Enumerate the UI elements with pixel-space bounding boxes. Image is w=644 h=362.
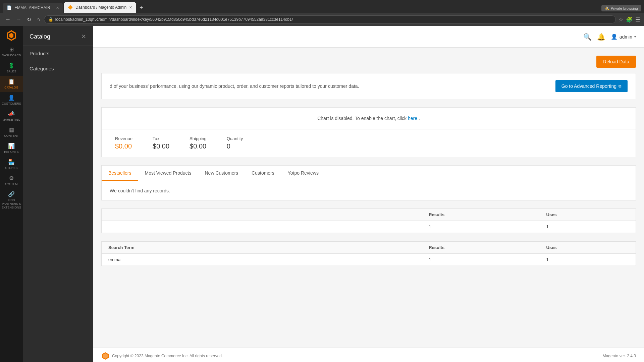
cell-uses-emma: 1: [540, 254, 636, 266]
sidebar-item-partners[interactable]: 🔗 FIND PARTNERS & EXTENSIONS: [0, 188, 23, 212]
sidebar-logo: [5, 29, 18, 42]
stat-tax-value: $0.00: [153, 142, 169, 150]
tab-bestsellers[interactable]: Bestsellers: [102, 166, 138, 181]
col-uses-2: Uses: [540, 242, 636, 254]
chart-disabled-notice: Chart is disabled. To enable the chart, …: [102, 108, 636, 129]
advanced-reporting-text: d of your business' performance, using o…: [110, 83, 547, 89]
cell-uses: 1: [540, 221, 636, 233]
forward-button[interactable]: →: [15, 15, 23, 24]
flyout-close-button[interactable]: ✕: [81, 33, 86, 40]
stat-shipping-value: $0.00: [190, 142, 207, 150]
browser-tab-2[interactable]: 🔶 Dashboard / Magento Admin ✕: [64, 2, 136, 13]
stat-revenue: Revenue $0.00: [115, 136, 132, 150]
partners-icon: 🔗: [8, 191, 15, 197]
sidebar-item-stores[interactable]: 🏪 STORES: [0, 156, 23, 172]
customers-icon: 👤: [8, 95, 15, 101]
reports-icon: 📊: [8, 143, 15, 149]
sidebar: ⊞ DASHBOARD 💲 SALES 📋 CATALOG 👤 CUSTOMER…: [0, 26, 23, 362]
reload-button[interactable]: Reload Data: [596, 56, 636, 68]
main-header: 🔍 🔔 👤 admin ▾: [93, 26, 644, 48]
stats-section: Chart is disabled. To enable the chart, …: [101, 107, 636, 157]
security-icon: 🔒: [48, 17, 53, 22]
footer-version: Magento ver. 2.4.3: [603, 354, 636, 358]
cell-results-emma: 1: [422, 254, 539, 266]
tab-bar: 📄 EMMA_ARMCHAIR ✕ 🔶 Dashboard / Magento …: [0, 0, 644, 13]
customers-label: CUSTOMERS: [2, 102, 21, 105]
stat-quantity: Quantity 0: [227, 136, 243, 150]
advanced-reporting-button[interactable]: Go to Advanced Reporting ⧉: [555, 80, 628, 92]
sidebar-item-catalog[interactable]: 📋 CATALOG: [0, 76, 23, 92]
page-body: Reload Data d of your business' performa…: [93, 48, 644, 348]
chart-period-end: .: [419, 116, 420, 121]
notification-icon[interactable]: 🔔: [597, 33, 605, 41]
chart-enable-link[interactable]: here: [408, 116, 417, 121]
admin-label: admin: [620, 34, 632, 40]
sidebar-item-dashboard[interactable]: ⊞ DASHBOARD: [0, 44, 23, 60]
external-link-icon: ⧉: [619, 84, 622, 88]
sales-icon: 💲: [8, 62, 15, 69]
search-table-2: Search Term Results Uses emma 1 1: [101, 241, 636, 266]
stat-shipping-label: Shipping: [190, 136, 207, 141]
tab1-favicon: 📄: [7, 5, 12, 10]
browser-tab-1[interactable]: 📄 EMMA_ARMCHAIR ✕: [3, 3, 63, 13]
search-table-1: Results Uses 1 1: [101, 208, 636, 233]
tab-new-customers[interactable]: New Customers: [198, 166, 245, 181]
sidebar-item-customers[interactable]: 👤 CUSTOMERS: [0, 92, 23, 108]
sidebar-item-sales[interactable]: 💲 SALES: [0, 60, 23, 76]
back-button[interactable]: ←: [4, 15, 12, 24]
tab-customers[interactable]: Customers: [245, 166, 281, 181]
content-label: CONTENT: [4, 134, 19, 137]
home-button[interactable]: ⌂: [35, 15, 41, 24]
stat-tax: Tax $0.00: [153, 136, 169, 150]
advanced-reporting-label: Go to Advanced Reporting: [561, 83, 616, 89]
tab2-title: Dashboard / Magento Admin: [75, 5, 126, 10]
reports-label: REPORTS: [4, 150, 18, 154]
address-text: localhost/admin_10qh5c/admin/dashboard/i…: [55, 17, 611, 22]
nav-right-icons: ☆ 🧩 ☰: [619, 16, 640, 23]
stat-revenue-label: Revenue: [115, 136, 132, 141]
private-label: Private browsing: [611, 6, 638, 10]
refresh-button[interactable]: ↻: [25, 15, 33, 24]
admin-menu[interactable]: 👤 admin ▾: [611, 34, 636, 40]
new-tab-button[interactable]: +: [137, 3, 146, 13]
flyout-title: Catalog: [30, 33, 50, 40]
sidebar-item-marketing[interactable]: 📣 MARKETING: [0, 108, 23, 124]
stat-quantity-label: Quantity: [227, 136, 243, 141]
search-icon[interactable]: 🔍: [583, 33, 592, 41]
flyout-item-products[interactable]: Products: [23, 46, 93, 61]
marketing-icon: 📣: [8, 111, 15, 117]
stat-revenue-value: $0.00: [115, 142, 132, 150]
magento-footer-logo: [101, 352, 109, 360]
stores-label: STORES: [5, 166, 18, 170]
content-icon: ▦: [9, 127, 14, 133]
bookmark-icon[interactable]: ☆: [619, 16, 623, 23]
private-icon: 🕵: [605, 6, 609, 10]
tab1-title: EMMA_ARMCHAIR: [14, 5, 53, 10]
advanced-reporting-section: d of your business' performance, using o…: [101, 73, 636, 99]
sidebar-item-system[interactable]: ⚙ SYSTEM: [0, 172, 23, 188]
admin-user-icon: 👤: [611, 34, 618, 40]
main-footer: Copyright © 2023 Magento Commerce Inc. A…: [93, 348, 644, 362]
browser-chrome: 📄 EMMA_ARMCHAIR ✕ 🔶 Dashboard / Magento …: [0, 0, 644, 26]
nav-bar: ← → ↻ ⌂ 🔒 localhost/admin_10qh5c/admin/d…: [0, 13, 644, 26]
tab-most-viewed[interactable]: Most Viewed Products: [138, 166, 198, 181]
flyout-item-categories[interactable]: Categories: [23, 61, 93, 76]
tab-content-bestsellers: We couldn't find any records.: [102, 181, 636, 200]
sidebar-item-reports[interactable]: 📊 REPORTS: [0, 140, 23, 156]
tab-yotpo[interactable]: Yotpo Reviews: [281, 166, 325, 181]
address-bar[interactable]: 🔒 localhost/admin_10qh5c/admin/dashboard…: [44, 15, 616, 23]
col-search-term-1: [102, 209, 422, 221]
tab2-close[interactable]: ✕: [129, 5, 132, 10]
col-results-1: Results: [422, 209, 539, 221]
tabs-header: Bestsellers Most Viewed Products New Cus…: [102, 166, 636, 181]
catalog-icon: 📋: [8, 78, 15, 85]
tab2-favicon: 🔶: [68, 5, 73, 10]
sidebar-item-content[interactable]: ▦ CONTENT: [0, 124, 23, 140]
catalog-label: CATALOG: [4, 86, 18, 89]
no-records-message: We couldn't find any records.: [110, 188, 628, 193]
extensions-icon[interactable]: 🧩: [626, 16, 633, 23]
flyout-panel: Catalog ✕ Products Categories: [23, 26, 93, 362]
tab1-close[interactable]: ✕: [56, 6, 59, 10]
menu-icon[interactable]: ☰: [635, 16, 640, 23]
admin-dropdown-arrow: ▾: [634, 35, 636, 39]
